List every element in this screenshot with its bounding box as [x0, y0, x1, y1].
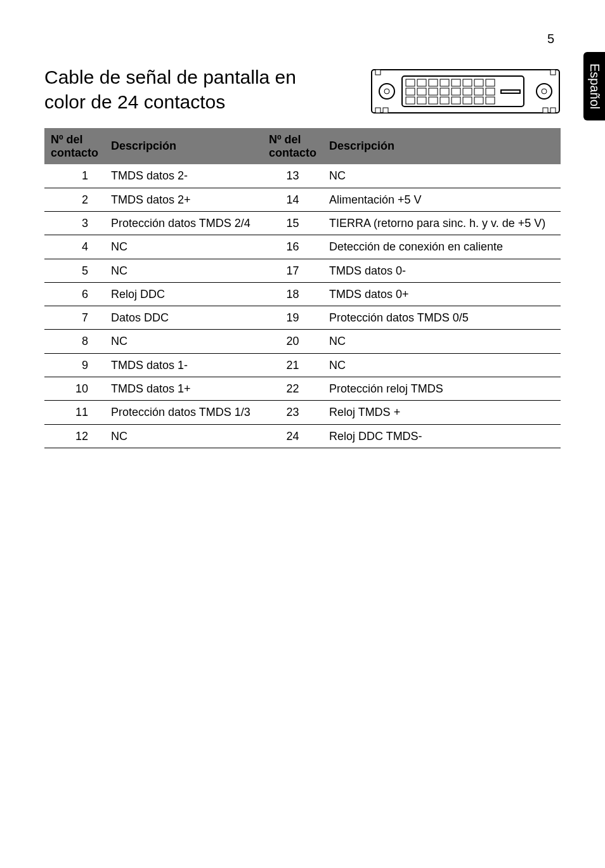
svg-rect-33	[543, 108, 548, 113]
cell-desc: Reloj DDC TMDS-	[323, 424, 561, 448]
svg-rect-13	[486, 79, 495, 86]
svg-rect-11	[463, 79, 472, 86]
table-row: 5 NC 17 TMDS datos 0-	[44, 259, 561, 282]
svg-rect-23	[417, 97, 426, 104]
cell-pin: 20	[263, 330, 323, 353]
svg-rect-28	[474, 97, 483, 104]
header-row: Cable de señal de pantalla en color de 2…	[44, 65, 561, 114]
cell-desc: TMDS datos 0-	[323, 259, 561, 282]
svg-rect-20	[474, 88, 483, 95]
language-tab: Español	[583, 52, 605, 120]
cell-pin: 3	[44, 211, 105, 235]
cell-desc: NC	[323, 353, 561, 377]
dvi-connector-icon	[370, 68, 561, 114]
cell-pin: 2	[44, 188, 105, 211]
svg-rect-14	[406, 88, 415, 95]
svg-rect-32	[383, 108, 388, 113]
svg-rect-36	[550, 70, 556, 75]
cell-desc: NC	[105, 259, 263, 282]
svg-point-4	[542, 89, 547, 94]
cell-pin: 22	[263, 377, 323, 401]
svg-rect-34	[550, 108, 556, 113]
svg-rect-29	[486, 97, 495, 104]
svg-rect-31	[375, 108, 381, 113]
cell-pin: 19	[263, 306, 323, 330]
cell-pin: 16	[263, 235, 323, 259]
table-row: 7 Datos DDC 19 Protección datos TMDS 0/5	[44, 306, 561, 330]
cell-pin: 7	[44, 306, 105, 330]
cell-desc: NC	[105, 330, 263, 353]
cell-pin: 23	[263, 401, 323, 424]
svg-rect-7	[417, 79, 426, 86]
cell-pin: 6	[44, 282, 105, 306]
svg-rect-27	[463, 97, 472, 104]
cell-desc: TMDS datos 0+	[323, 282, 561, 306]
svg-rect-18	[452, 88, 460, 95]
cell-desc: TMDS datos 1+	[105, 377, 263, 401]
page-number: 5	[547, 32, 554, 46]
col-header-pin2: Nº delcontacto	[263, 128, 323, 164]
svg-rect-25	[440, 97, 449, 104]
cell-desc: Alimentación +5 V	[323, 188, 561, 211]
svg-rect-15	[417, 88, 426, 95]
cell-desc: TIERRA (retorno para sinc. h. y v. de +5…	[323, 211, 561, 235]
cell-desc: TMDS datos 1-	[105, 353, 263, 377]
cell-pin: 14	[263, 188, 323, 211]
svg-rect-30	[501, 90, 520, 93]
table-body: 1 TMDS datos 2- 13 NC 2 TMDS datos 2+ 14…	[44, 164, 561, 448]
svg-rect-10	[452, 79, 460, 86]
col-header-desc2: Descripción	[323, 128, 561, 164]
cell-pin: 18	[263, 282, 323, 306]
table-row: 8 NC 20 NC	[44, 330, 561, 353]
cell-pin: 15	[263, 211, 323, 235]
cell-desc: Reloj TMDS +	[323, 401, 561, 424]
cell-desc: Reloj DDC	[105, 282, 263, 306]
cell-pin: 4	[44, 235, 105, 259]
cell-desc: Protección datos TMDS 1/3	[105, 401, 263, 424]
svg-rect-21	[486, 88, 495, 95]
table-row: 11 Protección datos TMDS 1/3 23 Reloj TM…	[44, 401, 561, 424]
cell-pin: 8	[44, 330, 105, 353]
pinout-table: Nº delcontacto Descripción Nº delcontact…	[44, 128, 561, 448]
table-row: 4 NC 16 Detección de conexión en calient…	[44, 235, 561, 259]
svg-rect-16	[429, 88, 438, 95]
cell-pin: 21	[263, 353, 323, 377]
svg-rect-6	[406, 79, 415, 86]
table-header-row: Nº delcontacto Descripción Nº delcontact…	[44, 128, 561, 164]
svg-rect-24	[429, 97, 438, 104]
page: 5 Cable de señal de pantalla en color de…	[0, 0, 605, 448]
cell-pin: 9	[44, 353, 105, 377]
svg-rect-17	[440, 88, 449, 95]
cell-pin: 10	[44, 377, 105, 401]
table-row: 6 Reloj DDC 18 TMDS datos 0+	[44, 282, 561, 306]
svg-rect-8	[429, 79, 438, 86]
cell-desc: Detección de conexión en caliente	[323, 235, 561, 259]
cell-pin: 13	[263, 164, 323, 188]
cell-desc: TMDS datos 2-	[105, 164, 263, 188]
cell-desc: Datos DDC	[105, 306, 263, 330]
col-header-pin1: Nº delcontacto	[44, 128, 105, 164]
cell-pin: 24	[263, 424, 323, 448]
cell-pin: 11	[44, 401, 105, 424]
cell-desc: NC	[105, 235, 263, 259]
table-row: 1 TMDS datos 2- 13 NC	[44, 164, 561, 188]
table-row: 12 NC 24 Reloj DDC TMDS-	[44, 424, 561, 448]
table-row: 9 TMDS datos 1- 21 NC	[44, 353, 561, 377]
cell-pin: 1	[44, 164, 105, 188]
cell-pin: 5	[44, 259, 105, 282]
svg-rect-22	[406, 97, 415, 104]
cell-desc: Protección reloj TMDS	[323, 377, 561, 401]
svg-point-2	[384, 89, 389, 94]
cell-desc: Protección datos TMDS 2/4	[105, 211, 263, 235]
svg-rect-9	[440, 79, 449, 86]
cell-desc: Protección datos TMDS 0/5	[323, 306, 561, 330]
svg-rect-26	[452, 97, 460, 104]
cell-pin: 17	[263, 259, 323, 282]
cell-desc: NC	[323, 164, 561, 188]
col-header-desc1: Descripción	[105, 128, 263, 164]
table-row: 2 TMDS datos 2+ 14 Alimentación +5 V	[44, 188, 561, 211]
svg-rect-12	[474, 79, 483, 86]
table-row: 3 Protección datos TMDS 2/4 15 TIERRA (r…	[44, 211, 561, 235]
page-title: Cable de señal de pantalla en color de 2…	[44, 65, 311, 114]
svg-rect-19	[463, 88, 472, 95]
